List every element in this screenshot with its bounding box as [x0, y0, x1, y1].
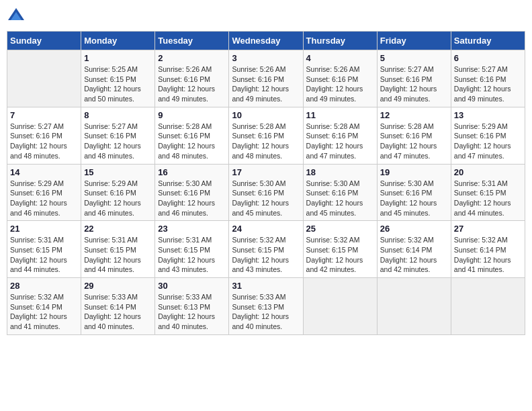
- calendar-cell: 3Sunrise: 5:26 AM Sunset: 6:16 PM Daylig…: [229, 50, 303, 107]
- header-sunday: Sunday: [7, 32, 81, 50]
- day-detail: Sunrise: 5:31 AM Sunset: 6:15 PM Dayligh…: [454, 179, 522, 218]
- header-tuesday: Tuesday: [155, 32, 229, 50]
- day-number: 11: [306, 110, 374, 120]
- day-detail: Sunrise: 5:32 AM Sunset: 6:14 PM Dayligh…: [10, 292, 78, 332]
- day-detail: Sunrise: 5:30 AM Sunset: 6:16 PM Dayligh…: [232, 179, 300, 218]
- day-number: 14: [10, 167, 78, 177]
- day-number: 10: [232, 110, 300, 120]
- header-monday: Monday: [81, 32, 155, 50]
- day-number: 5: [380, 53, 448, 63]
- day-detail: Sunrise: 5:32 AM Sunset: 6:14 PM Dayligh…: [454, 235, 522, 275]
- week-row-0: 1Sunrise: 5:25 AM Sunset: 6:15 PM Daylig…: [7, 50, 525, 107]
- calendar-table: SundayMondayTuesdayWednesdayThursdayFrid…: [7, 31, 525, 335]
- day-number: 12: [380, 110, 448, 120]
- day-number: 19: [380, 167, 448, 177]
- calendar-cell: 15Sunrise: 5:29 AM Sunset: 6:16 PM Dayli…: [81, 164, 155, 221]
- day-detail: Sunrise: 5:32 AM Sunset: 6:15 PM Dayligh…: [306, 235, 374, 275]
- calendar-cell: 28Sunrise: 5:32 AM Sunset: 6:14 PM Dayli…: [7, 278, 81, 335]
- day-detail: Sunrise: 5:33 AM Sunset: 6:13 PM Dayligh…: [158, 292, 226, 332]
- day-number: 22: [84, 224, 152, 234]
- day-number: 8: [84, 110, 152, 120]
- calendar-cell: 10Sunrise: 5:28 AM Sunset: 6:16 PM Dayli…: [229, 107, 303, 164]
- calendar-header-row: SundayMondayTuesdayWednesdayThursdayFrid…: [7, 32, 525, 50]
- day-number: 20: [454, 167, 522, 177]
- calendar-cell: 7Sunrise: 5:27 AM Sunset: 6:16 PM Daylig…: [7, 107, 81, 164]
- logo: [7, 7, 28, 26]
- day-detail: Sunrise: 5:31 AM Sunset: 6:15 PM Dayligh…: [84, 235, 152, 275]
- header-friday: Friday: [377, 32, 451, 50]
- day-number: 9: [158, 110, 226, 120]
- day-detail: Sunrise: 5:32 AM Sunset: 6:15 PM Dayligh…: [232, 235, 300, 275]
- day-detail: Sunrise: 5:29 AM Sunset: 6:16 PM Dayligh…: [10, 179, 78, 218]
- page-header: [7, 7, 525, 26]
- week-row-2: 14Sunrise: 5:29 AM Sunset: 6:16 PM Dayli…: [7, 164, 525, 221]
- calendar-cell: 4Sunrise: 5:26 AM Sunset: 6:16 PM Daylig…: [303, 50, 377, 107]
- day-number: 1: [84, 53, 152, 63]
- calendar-cell: 6Sunrise: 5:27 AM Sunset: 6:16 PM Daylig…: [451, 50, 525, 107]
- calendar-cell: 16Sunrise: 5:30 AM Sunset: 6:16 PM Dayli…: [155, 164, 229, 221]
- day-detail: Sunrise: 5:28 AM Sunset: 6:16 PM Dayligh…: [380, 122, 448, 161]
- day-number: 24: [232, 224, 300, 234]
- calendar-cell: [451, 278, 525, 335]
- day-number: 21: [10, 224, 78, 234]
- day-detail: Sunrise: 5:29 AM Sunset: 6:16 PM Dayligh…: [454, 122, 522, 161]
- day-detail: Sunrise: 5:33 AM Sunset: 6:14 PM Dayligh…: [84, 292, 152, 332]
- calendar-cell: 31Sunrise: 5:33 AM Sunset: 6:13 PM Dayli…: [229, 278, 303, 335]
- day-number: 18: [306, 167, 374, 177]
- day-detail: Sunrise: 5:31 AM Sunset: 6:15 PM Dayligh…: [158, 235, 226, 275]
- day-detail: Sunrise: 5:28 AM Sunset: 6:16 PM Dayligh…: [306, 122, 374, 161]
- logo-icon: [7, 7, 26, 26]
- day-detail: Sunrise: 5:26 AM Sunset: 6:16 PM Dayligh…: [232, 64, 300, 104]
- calendar-cell: 29Sunrise: 5:33 AM Sunset: 6:14 PM Dayli…: [81, 278, 155, 335]
- day-number: 4: [306, 53, 374, 63]
- calendar-cell: [7, 50, 81, 107]
- day-number: 31: [232, 281, 300, 291]
- header-wednesday: Wednesday: [229, 32, 303, 50]
- day-number: 30: [158, 281, 226, 291]
- day-detail: Sunrise: 5:30 AM Sunset: 6:16 PM Dayligh…: [306, 179, 374, 218]
- calendar-cell: [303, 278, 377, 335]
- day-detail: Sunrise: 5:29 AM Sunset: 6:16 PM Dayligh…: [84, 179, 152, 218]
- day-detail: Sunrise: 5:30 AM Sunset: 6:16 PM Dayligh…: [158, 179, 226, 218]
- calendar-cell: 22Sunrise: 5:31 AM Sunset: 6:15 PM Dayli…: [81, 221, 155, 278]
- calendar-cell: 27Sunrise: 5:32 AM Sunset: 6:14 PM Dayli…: [451, 221, 525, 278]
- calendar-cell: 1Sunrise: 5:25 AM Sunset: 6:15 PM Daylig…: [81, 50, 155, 107]
- header-thursday: Thursday: [303, 32, 377, 50]
- day-number: 29: [84, 281, 152, 291]
- calendar-cell: 13Sunrise: 5:29 AM Sunset: 6:16 PM Dayli…: [451, 107, 525, 164]
- day-detail: Sunrise: 5:27 AM Sunset: 6:16 PM Dayligh…: [84, 122, 152, 161]
- day-number: 27: [454, 224, 522, 234]
- week-row-1: 7Sunrise: 5:27 AM Sunset: 6:16 PM Daylig…: [7, 107, 525, 164]
- calendar-cell: 19Sunrise: 5:30 AM Sunset: 6:16 PM Dayli…: [377, 164, 451, 221]
- calendar-cell: 26Sunrise: 5:32 AM Sunset: 6:14 PM Dayli…: [377, 221, 451, 278]
- day-number: 26: [380, 224, 448, 234]
- calendar-cell: 30Sunrise: 5:33 AM Sunset: 6:13 PM Dayli…: [155, 278, 229, 335]
- day-detail: Sunrise: 5:25 AM Sunset: 6:15 PM Dayligh…: [84, 64, 152, 104]
- day-detail: Sunrise: 5:27 AM Sunset: 6:16 PM Dayligh…: [380, 64, 448, 104]
- day-number: 2: [158, 53, 226, 63]
- day-detail: Sunrise: 5:33 AM Sunset: 6:13 PM Dayligh…: [232, 292, 300, 332]
- day-detail: Sunrise: 5:30 AM Sunset: 6:16 PM Dayligh…: [380, 179, 448, 218]
- week-row-3: 21Sunrise: 5:31 AM Sunset: 6:15 PM Dayli…: [7, 221, 525, 278]
- calendar-cell: 5Sunrise: 5:27 AM Sunset: 6:16 PM Daylig…: [377, 50, 451, 107]
- calendar-cell: 14Sunrise: 5:29 AM Sunset: 6:16 PM Dayli…: [7, 164, 81, 221]
- day-number: 13: [454, 110, 522, 120]
- day-detail: Sunrise: 5:28 AM Sunset: 6:16 PM Dayligh…: [158, 122, 226, 161]
- day-detail: Sunrise: 5:32 AM Sunset: 6:14 PM Dayligh…: [380, 235, 448, 275]
- calendar-cell: 17Sunrise: 5:30 AM Sunset: 6:16 PM Dayli…: [229, 164, 303, 221]
- calendar-cell: 12Sunrise: 5:28 AM Sunset: 6:16 PM Dayli…: [377, 107, 451, 164]
- calendar-cell: 11Sunrise: 5:28 AM Sunset: 6:16 PM Dayli…: [303, 107, 377, 164]
- calendar-cell: 21Sunrise: 5:31 AM Sunset: 6:15 PM Dayli…: [7, 221, 81, 278]
- day-detail: Sunrise: 5:27 AM Sunset: 6:16 PM Dayligh…: [454, 64, 522, 104]
- calendar-cell: 20Sunrise: 5:31 AM Sunset: 6:15 PM Dayli…: [451, 164, 525, 221]
- calendar-cell: 23Sunrise: 5:31 AM Sunset: 6:15 PM Dayli…: [155, 221, 229, 278]
- day-detail: Sunrise: 5:26 AM Sunset: 6:16 PM Dayligh…: [158, 64, 226, 104]
- day-number: 3: [232, 53, 300, 63]
- calendar-cell: 9Sunrise: 5:28 AM Sunset: 6:16 PM Daylig…: [155, 107, 229, 164]
- day-detail: Sunrise: 5:26 AM Sunset: 6:16 PM Dayligh…: [306, 64, 374, 104]
- calendar-cell: 25Sunrise: 5:32 AM Sunset: 6:15 PM Dayli…: [303, 221, 377, 278]
- calendar-cell: [377, 278, 451, 335]
- day-detail: Sunrise: 5:31 AM Sunset: 6:15 PM Dayligh…: [10, 235, 78, 275]
- calendar-cell: 8Sunrise: 5:27 AM Sunset: 6:16 PM Daylig…: [81, 107, 155, 164]
- day-number: 7: [10, 110, 78, 120]
